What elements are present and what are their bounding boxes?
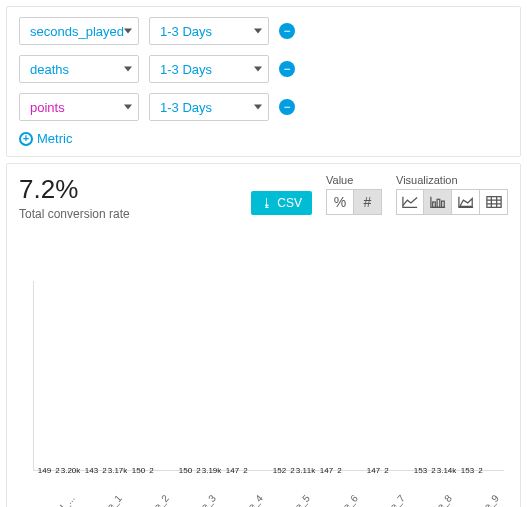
conversion-rate-value: 7.2% <box>19 174 130 205</box>
remove-filter-button[interactable]: − <box>279 61 295 77</box>
viz-line-button[interactable] <box>396 189 424 215</box>
value-percent-button[interactable]: % <box>326 189 354 215</box>
range-select-value: 1-3 Days <box>160 24 212 39</box>
remove-filter-button[interactable]: − <box>279 99 295 115</box>
range-select[interactable]: 1-3 Days <box>149 93 269 121</box>
add-metric-button[interactable]: + Metric <box>19 131 508 146</box>
chart: 14923.20k14323.17k150215023.19k147215223… <box>33 281 504 471</box>
range-select-value: 1-3 Days <box>160 62 212 77</box>
range-select[interactable]: 1-3 Days <box>149 17 269 45</box>
plus-circle-icon: + <box>19 132 33 146</box>
range-select-value: 1-3 Days <box>160 100 212 115</box>
add-metric-label: Metric <box>37 131 72 146</box>
chevron-down-icon <box>254 67 262 72</box>
results-panel: 7.2% Total conversion rate ⭳ CSV Value %… <box>6 163 521 507</box>
line-chart-icon <box>402 195 418 209</box>
filter-row: deaths 1-3 Days − <box>19 55 508 83</box>
export-csv-button[interactable]: ⭳ CSV <box>251 191 312 215</box>
metric-select[interactable]: seconds_played <box>19 17 139 45</box>
minus-icon: − <box>283 25 290 37</box>
conversion-summary: 7.2% Total conversion rate <box>19 174 130 221</box>
chevron-down-icon <box>124 105 132 110</box>
filter-row: seconds_played 1-3 Days − <box>19 17 508 45</box>
bar-chart-icon <box>430 195 446 209</box>
minus-icon: − <box>283 101 290 113</box>
hash-icon: # <box>364 194 372 210</box>
range-select[interactable]: 1-3 Days <box>149 55 269 83</box>
svg-rect-0 <box>432 202 435 207</box>
metric-select[interactable]: points <box>19 93 139 121</box>
remove-filter-button[interactable]: − <box>279 23 295 39</box>
table-icon <box>486 195 502 209</box>
metric-select-value: seconds_played <box>30 24 124 39</box>
metric-select-value: deaths <box>30 62 69 77</box>
svg-rect-1 <box>437 199 440 207</box>
svg-rect-3 <box>486 197 500 208</box>
viz-group-label: Visualization <box>396 174 508 186</box>
percent-icon: % <box>334 194 346 210</box>
chart-xaxis: 1, level_...2, level_complete_13, level_… <box>19 471 508 507</box>
minus-icon: − <box>283 63 290 75</box>
metric-select[interactable]: deaths <box>19 55 139 83</box>
controls: ⭳ CSV Value % # Visualization <box>251 174 508 215</box>
viz-table-button[interactable] <box>480 189 508 215</box>
chevron-down-icon <box>254 29 262 34</box>
viz-toggle-group: Visualization <box>396 174 508 215</box>
download-icon: ⭳ <box>261 196 273 210</box>
svg-rect-2 <box>441 201 444 207</box>
metric-select-value: points <box>30 100 65 115</box>
viz-bar-button[interactable] <box>424 189 452 215</box>
csv-label: CSV <box>277 196 302 210</box>
conversion-rate-label: Total conversion rate <box>19 207 130 221</box>
summary-header: 7.2% Total conversion rate ⭳ CSV Value %… <box>19 174 508 221</box>
value-toggle-group: Value % # <box>326 174 382 215</box>
viz-area-button[interactable] <box>452 189 480 215</box>
value-count-button[interactable]: # <box>354 189 382 215</box>
filters-panel: seconds_played 1-3 Days − deaths 1-3 Day… <box>6 6 521 157</box>
chevron-down-icon <box>124 29 132 34</box>
chevron-down-icon <box>124 67 132 72</box>
chevron-down-icon <box>254 105 262 110</box>
value-group-label: Value <box>326 174 382 186</box>
filter-row: points 1-3 Days − <box>19 93 508 121</box>
area-chart-icon <box>458 195 474 209</box>
